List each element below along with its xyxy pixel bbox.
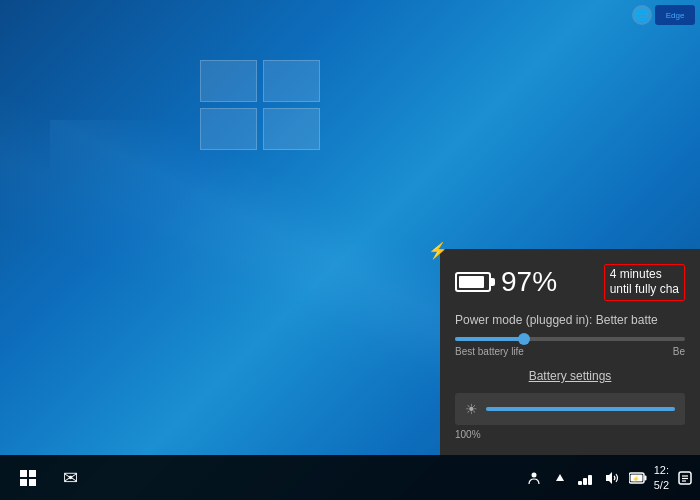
clock-time: 12: [654, 463, 669, 477]
network-icon[interactable] [524, 468, 544, 488]
svg-rect-7 [644, 475, 646, 480]
mail-icon: ✉ [63, 467, 78, 489]
svg-rect-4 [588, 475, 592, 485]
logo-cell-2 [263, 60, 320, 102]
corner-btn: Edge [655, 5, 695, 25]
globe-icon: 🌐 [632, 5, 652, 25]
slider-label-left: Best battery life [455, 346, 524, 357]
taskbar-clock[interactable]: 12: 5/2 [654, 463, 669, 492]
brightness-value: 100% [455, 429, 685, 440]
logo-cell-4 [263, 108, 320, 150]
wifi-icon[interactable] [576, 468, 596, 488]
svg-text:⚡: ⚡ [632, 475, 640, 483]
desktop: 🌐 Edge ⚡ 97% 4 minutes until fully cha P… [0, 0, 700, 500]
show-hidden-icons[interactable] [550, 468, 570, 488]
start-button[interactable] [5, 455, 50, 500]
charge-time-line2: until fully cha [610, 282, 679, 298]
svg-marker-1 [556, 474, 564, 481]
battery-settings-link[interactable]: Battery settings [455, 369, 685, 383]
start-cell-2 [29, 470, 36, 477]
taskbar-right: ⚡ 12: 5/2 [524, 463, 700, 492]
start-cell-3 [20, 479, 27, 486]
battery-header: ⚡ 97% 4 minutes until fully cha [455, 264, 685, 301]
brightness-slider-fill [486, 407, 675, 411]
brightness-icon: ☀ [465, 401, 478, 417]
logo-cell-3 [200, 108, 257, 150]
taskbar: ✉ [0, 455, 700, 500]
battery-panel: ⚡ 97% 4 minutes until fully cha Power mo… [440, 249, 700, 455]
volume-icon[interactable] [602, 468, 622, 488]
slider-thumb [518, 333, 530, 345]
power-mode-label: Power mode (plugged in): Better batte [455, 313, 685, 327]
top-right-icons: 🌐 Edge [632, 5, 695, 25]
brightness-slider-track[interactable] [486, 407, 675, 411]
logo-cell-1 [200, 60, 257, 102]
start-cell-1 [20, 470, 27, 477]
battery-fill [459, 276, 484, 288]
slider-fill [455, 337, 524, 341]
charge-time-line1: 4 minutes [610, 267, 679, 283]
slider-labels: Best battery life Be [455, 346, 685, 357]
svg-rect-3 [583, 478, 587, 485]
charge-time-box: 4 minutes until fully cha [604, 264, 685, 301]
svg-marker-5 [606, 472, 612, 484]
svg-point-0 [531, 472, 536, 477]
windows-logo [200, 60, 320, 150]
power-mode-slider[interactable] [455, 337, 685, 341]
slider-track [455, 337, 685, 341]
brightness-control: ☀ [455, 393, 685, 425]
charging-bolt-icon: ⚡ [428, 241, 448, 260]
action-center-icon[interactable] [675, 468, 695, 488]
start-cell-4 [29, 479, 36, 486]
taskbar-battery-icon[interactable]: ⚡ [628, 468, 648, 488]
mail-button[interactable]: ✉ [50, 455, 90, 500]
taskbar-left: ✉ [0, 455, 90, 500]
clock-date: 5/2 [654, 478, 669, 492]
svg-rect-2 [578, 481, 582, 485]
battery-icon-container: ⚡ [455, 272, 491, 292]
battery-icon [455, 272, 491, 292]
start-icon [20, 470, 36, 486]
battery-percent: 97% [501, 266, 557, 298]
slider-label-right: Be [673, 346, 685, 357]
